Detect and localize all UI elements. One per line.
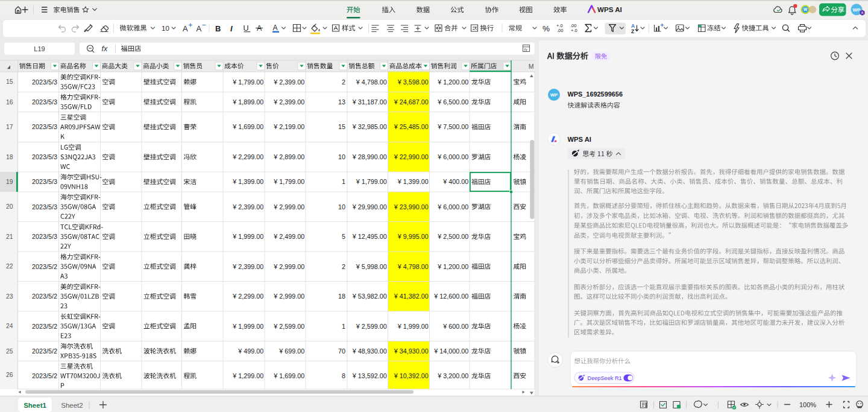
svg-text:¥ 2,999.00: ¥ 2,999.00 — [273, 263, 304, 270]
svg-text:¥ 6,000.00: ¥ 6,000.00 — [437, 203, 468, 211]
svg-text:¥ 1,399.00: ¥ 1,399.00 — [397, 178, 429, 185]
svg-text:¥ 2,299.00: ¥ 2,299.00 — [232, 153, 263, 160]
svg-text:¥ 400.00: ¥ 400.00 — [442, 178, 468, 185]
svg-text:¥ 600.00: ¥ 600.00 — [442, 323, 468, 330]
svg-text:2023/5/2: 2023/5/2 — [32, 323, 57, 330]
svg-text:5: 5 — [342, 233, 345, 240]
svg-text:WPS AI: WPS AI — [597, 5, 622, 13]
svg-text:2023/5/3: 2023/5/3 — [32, 153, 57, 160]
svg-text:WPS AI: WPS AI — [568, 136, 591, 143]
svg-text:2023/5/3: 2023/5/3 — [32, 233, 57, 240]
svg-text:¥ 28,990.00: ¥ 28,990.00 — [352, 153, 387, 160]
svg-text:22: 22 — [6, 263, 13, 270]
svg-text:¥ 14,000.00: ¥ 14,000.00 — [433, 347, 468, 355]
svg-text:¥ 2,399.00: ¥ 2,399.00 — [273, 78, 304, 86]
svg-text:1: 1 — [342, 178, 345, 185]
svg-text:fx: fx — [102, 45, 108, 53]
svg-text:Sheet2: Sheet2 — [61, 402, 83, 409]
svg-text:A: A — [197, 24, 202, 33]
svg-text:19: 19 — [6, 179, 13, 185]
svg-text:¥ 4,798.00: ¥ 4,798.00 — [397, 263, 429, 270]
svg-text:2023/5/2: 2023/5/2 — [32, 372, 57, 379]
svg-text:M: M — [529, 63, 534, 70]
svg-text:¥ 25,485.00: ¥ 25,485.00 — [394, 123, 429, 130]
svg-text:¥ 4,798.00: ¥ 4,798.00 — [356, 78, 387, 86]
svg-text:10: 10 — [338, 203, 345, 211]
svg-text:A: A — [861, 11, 864, 14]
svg-text:¥ 3,200.00: ¥ 3,200.00 — [437, 372, 468, 379]
svg-text:¥ 13,592.00: ¥ 13,592.00 — [352, 372, 387, 379]
svg-text:Z: Z — [631, 28, 634, 34]
svg-text:U: U — [244, 24, 249, 33]
svg-text:¥ 2,999.00: ¥ 2,999.00 — [273, 293, 304, 300]
svg-text:21: 21 — [6, 233, 13, 240]
svg-text:¥ 2,500.00: ¥ 2,500.00 — [437, 233, 468, 240]
svg-text:18: 18 — [338, 293, 345, 300]
svg-text:2: 2 — [342, 78, 345, 86]
svg-text:¥ 1,999.00: ¥ 1,999.00 — [232, 323, 263, 330]
svg-text:18: 18 — [6, 154, 13, 160]
svg-text:2023/5/3: 2023/5/3 — [32, 178, 57, 185]
svg-text:26: 26 — [6, 372, 13, 378]
svg-text:¥ 5,998.00: ¥ 5,998.00 — [356, 263, 387, 270]
svg-text:¥ 1,799.00: ¥ 1,799.00 — [232, 78, 263, 86]
svg-text:A: A — [183, 24, 188, 33]
svg-text:WPS_1692599656: WPS_1692599656 — [568, 90, 623, 98]
svg-text:1: 1 — [342, 323, 345, 330]
svg-text:L19: L19 — [34, 45, 45, 52]
svg-text:¥ 2,599.00: ¥ 2,599.00 — [273, 323, 304, 330]
svg-text:2023/5/2: 2023/5/2 — [32, 263, 57, 270]
svg-text:23: 23 — [6, 293, 13, 300]
svg-text:¥ 2,399.00: ¥ 2,399.00 — [232, 263, 263, 270]
svg-text:¥ 23,990.00: ¥ 23,990.00 — [394, 203, 429, 211]
svg-text:2023/5/3: 2023/5/3 — [32, 123, 57, 130]
svg-text:¥ 31,187.00: ¥ 31,187.00 — [352, 98, 387, 106]
svg-text:¥ 1,200.00: ¥ 1,200.00 — [437, 78, 468, 86]
svg-text:2023/5/2: 2023/5/2 — [32, 347, 57, 355]
svg-text:¥ 2,399.00: ¥ 2,399.00 — [232, 203, 263, 211]
svg-text:¥ 2,599.00: ¥ 2,599.00 — [356, 323, 387, 330]
svg-text:¥ 499.00: ¥ 499.00 — [237, 347, 263, 355]
svg-text:B: B — [215, 24, 221, 33]
svg-text:¥ 1,799.00: ¥ 1,799.00 — [356, 178, 387, 185]
svg-text:16: 16 — [6, 99, 13, 106]
svg-text:17: 17 — [6, 124, 13, 130]
svg-text:20: 20 — [6, 203, 13, 210]
svg-text:2023/5/3: 2023/5/3 — [32, 203, 57, 211]
svg-text:25: 25 — [6, 348, 13, 355]
svg-text:.00: .00 — [557, 28, 563, 33]
svg-text:¥ 32,985.00: ¥ 32,985.00 — [352, 123, 387, 130]
svg-text:15: 15 — [6, 78, 13, 85]
svg-text:70: 70 — [338, 347, 345, 355]
svg-text:¥ 699.00: ¥ 699.00 — [278, 347, 304, 355]
svg-text:¥ 2,199.00: ¥ 2,199.00 — [273, 123, 304, 130]
svg-text:15: 15 — [338, 123, 345, 130]
svg-text:¥ 2,499.00: ¥ 2,499.00 — [273, 233, 304, 240]
svg-text:¥ 22,990.00: ¥ 22,990.00 — [394, 153, 429, 160]
svg-text:¥ 2,299.00: ¥ 2,299.00 — [232, 293, 263, 300]
svg-text:¥ 1,299.00: ¥ 1,299.00 — [232, 372, 263, 379]
svg-text:I: I — [230, 24, 233, 33]
svg-text:100%: 100% — [799, 401, 816, 408]
svg-text:2023/5/3: 2023/5/3 — [32, 78, 57, 86]
svg-text:DeepSeek R1: DeepSeek R1 — [588, 375, 622, 381]
svg-text:¥ 10,392.00: ¥ 10,392.00 — [394, 372, 429, 379]
svg-text:¥ 24,687.00: ¥ 24,687.00 — [394, 98, 429, 106]
svg-text:¥ 1,799.00: ¥ 1,799.00 — [273, 178, 304, 185]
svg-text:¥ 1,399.00: ¥ 1,399.00 — [232, 178, 263, 185]
svg-text:A: A — [273, 24, 278, 32]
svg-text:2: 2 — [342, 263, 345, 270]
svg-text:fx: fx — [524, 48, 528, 52]
svg-text:¥ 2,399.00: ¥ 2,399.00 — [273, 98, 304, 106]
svg-text:¥ 1,999.00: ¥ 1,999.00 — [232, 233, 263, 240]
svg-text:WP: WP — [853, 7, 861, 13]
svg-text:¥ 34,930.00: ¥ 34,930.00 — [394, 347, 429, 355]
svg-text:¥ 29,990.00: ¥ 29,990.00 — [352, 203, 387, 211]
svg-text:¥ 7,500.00: ¥ 7,500.00 — [437, 123, 468, 130]
svg-text:¥ 1,699.00: ¥ 1,699.00 — [232, 123, 263, 130]
svg-text:¥ 41,382.00: ¥ 41,382.00 — [394, 293, 429, 300]
svg-text:24: 24 — [6, 323, 13, 329]
svg-text:¥ 1,999.00: ¥ 1,999.00 — [397, 323, 429, 330]
svg-text:¥ 53,982.00: ¥ 53,982.00 — [352, 293, 387, 300]
svg-text:¥ 6,500.00: ¥ 6,500.00 — [437, 98, 468, 106]
